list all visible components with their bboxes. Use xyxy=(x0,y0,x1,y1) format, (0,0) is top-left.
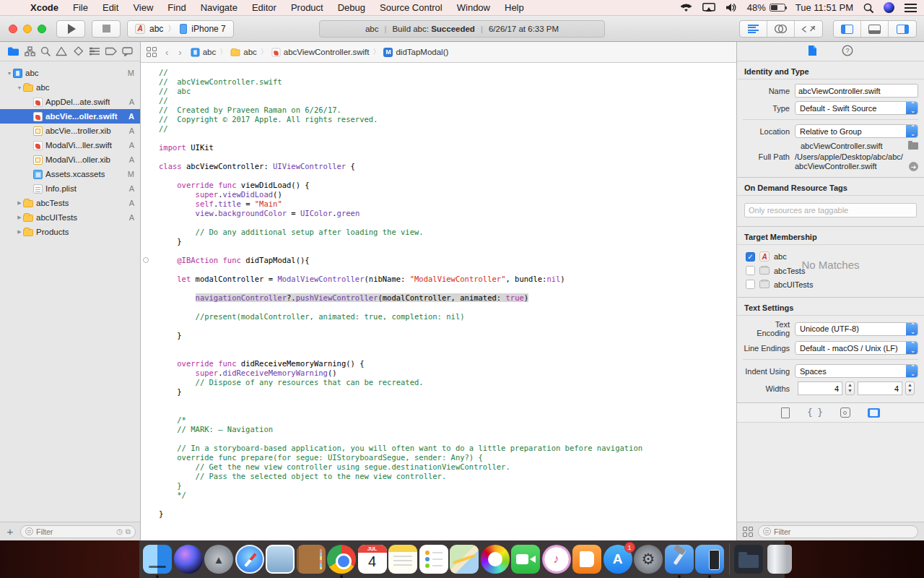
contacts-dock-icon[interactable] xyxy=(297,545,326,574)
file-tree-row-modalvi-ller-swift[interactable]: ModalVi...ller.swiftA xyxy=(0,138,140,152)
library-filter-field[interactable] xyxy=(758,525,918,538)
indent-width-stepper[interactable]: ▲▼ xyxy=(905,381,915,395)
navigator-filter-field[interactable]: ◷⧉ xyxy=(20,525,136,538)
navigator-filter-input[interactable] xyxy=(36,527,113,536)
breadcrumb-item-folder[interactable]: abc xyxy=(230,48,257,56)
recent-files-filter-icon[interactable]: ◷ xyxy=(116,527,123,536)
file-tree-row-abcvie-oller-swift[interactable]: abcVie...oller.swiftA xyxy=(0,109,140,124)
disclosure-triangle-icon[interactable]: ▼ xyxy=(16,85,23,90)
debug-navigator-tab[interactable] xyxy=(89,47,100,56)
menu-item-window[interactable]: Window xyxy=(450,2,497,13)
assistant-editor-button[interactable] xyxy=(767,21,795,37)
airplay-display-icon[interactable] xyxy=(702,3,715,12)
menu-item-help[interactable]: Help xyxy=(497,2,531,13)
tab-width-field[interactable] xyxy=(798,381,842,395)
file-tree-row-abcvie-troller-xib[interactable]: abcVie...troller.xibA xyxy=(0,124,140,138)
mail-dock-icon[interactable] xyxy=(266,545,295,574)
menu-item-debug[interactable]: Debug xyxy=(331,2,372,13)
menu-item-xcode[interactable]: Xcode xyxy=(23,2,66,13)
spotlight-search-icon[interactable] xyxy=(863,3,873,13)
library-filter-input[interactable] xyxy=(774,527,913,536)
xcode-dock-icon[interactable] xyxy=(665,545,694,574)
source-control-filter-icon[interactable]: ⧉ xyxy=(126,527,131,536)
menu-item-navigate[interactable]: Navigate xyxy=(193,2,245,13)
zoom-window-button[interactable] xyxy=(38,25,46,33)
object-library-tab[interactable] xyxy=(840,407,850,418)
breadcrumb-item-swift[interactable]: abcViewController.swift xyxy=(271,48,370,57)
text-encoding-select[interactable]: Unicode (UTF-8) xyxy=(795,322,918,336)
reminders-dock-icon[interactable] xyxy=(419,545,448,574)
menu-item-file[interactable]: File xyxy=(66,2,95,13)
appstore-dock-icon[interactable]: 1 xyxy=(603,545,632,574)
trash-dock-icon[interactable] xyxy=(767,545,792,574)
find-navigator-tab[interactable] xyxy=(40,46,51,56)
disclosure-triangle-icon[interactable]: ▶ xyxy=(16,200,23,206)
disclosure-triangle-icon[interactable]: ▶ xyxy=(16,229,23,235)
volume-icon[interactable] xyxy=(725,3,737,12)
reveal-path-arrow-icon[interactable]: ➔ xyxy=(909,162,918,171)
media-library-tab[interactable] xyxy=(868,408,880,418)
indent-width-field[interactable] xyxy=(858,381,902,395)
notification-center-icon[interactable] xyxy=(905,4,917,12)
breadcrumb-item-project[interactable]: abc xyxy=(191,48,217,57)
go-back-button[interactable]: ‹ xyxy=(165,47,168,58)
breakpoint-navigator-tab[interactable] xyxy=(105,47,117,56)
ibooks-dock-icon[interactable] xyxy=(572,545,601,574)
run-button[interactable] xyxy=(56,20,85,38)
tab-width-stepper[interactable]: ▲▼ xyxy=(845,381,855,395)
location-select[interactable]: Relative to Group xyxy=(795,124,918,138)
chrome-dock-icon[interactable] xyxy=(327,545,356,574)
wifi-icon[interactable] xyxy=(680,4,692,12)
file-tree-row-assets-xcassets[interactable]: Assets.xcassetsM xyxy=(0,167,140,181)
ibaction-connection-well[interactable] xyxy=(143,257,149,263)
file-tree-row-abc[interactable]: ▼abcM xyxy=(0,66,140,80)
file-tree-row-products[interactable]: ▶Products xyxy=(0,225,140,239)
file-tree-row-modalvi-oller-xib[interactable]: ModalVi...oller.xibA xyxy=(0,152,140,167)
minimize-window-button[interactable] xyxy=(23,25,32,33)
breadcrumb-item-method[interactable]: MdidTapModal() xyxy=(383,48,448,57)
finder-dock-icon[interactable] xyxy=(143,545,172,574)
file-name-field[interactable] xyxy=(795,84,918,98)
library-grid-toggle-icon[interactable] xyxy=(743,527,753,537)
menu-item-editor[interactable]: Editor xyxy=(245,2,284,13)
toggle-navigator-button[interactable] xyxy=(834,21,861,37)
facetime-dock-icon[interactable] xyxy=(511,545,540,574)
code-area[interactable]: //// abcViewController.swift// abc//// C… xyxy=(141,63,736,540)
odr-tags-field[interactable] xyxy=(744,203,917,217)
disclosure-triangle-icon[interactable]: ▶ xyxy=(16,215,23,220)
target-checkbox[interactable] xyxy=(746,280,755,289)
stop-button[interactable] xyxy=(92,20,121,38)
menu-item-edit[interactable]: Edit xyxy=(95,2,126,13)
project-navigator-tab[interactable] xyxy=(7,46,19,56)
file-inspector-tab[interactable] xyxy=(808,45,817,58)
siri-dock-icon[interactable] xyxy=(174,545,203,574)
indent-using-select[interactable]: Spaces xyxy=(795,364,918,378)
disclosure-triangle-icon[interactable]: ▼ xyxy=(6,71,13,76)
battery-icon[interactable] xyxy=(770,4,785,12)
menu-item-find[interactable]: Find xyxy=(160,2,193,13)
folder-dark-dock-icon[interactable] xyxy=(734,545,763,574)
safari-dock-icon[interactable] xyxy=(235,545,264,574)
help-inspector-tab[interactable]: ? xyxy=(842,45,853,58)
prefs-dock-icon[interactable] xyxy=(634,545,663,574)
version-editor-button[interactable] xyxy=(795,21,822,37)
related-items-icon[interactable] xyxy=(147,47,157,57)
line-endings-select[interactable]: Default - macOS / Unix (LF) xyxy=(795,341,918,355)
calendar-dock-icon[interactable]: JUL4 xyxy=(358,545,387,574)
code-snippet-library-tab[interactable]: { } xyxy=(807,407,823,418)
simulator-dock-icon[interactable] xyxy=(695,545,724,574)
file-template-library-tab[interactable] xyxy=(781,407,790,418)
menu-item-product[interactable]: Product xyxy=(284,2,331,13)
issue-navigator-tab[interactable] xyxy=(56,46,67,56)
menu-item-view[interactable]: View xyxy=(126,2,160,13)
menu-clock[interactable]: Tue 11:51 PM xyxy=(796,2,853,13)
menu-item-source-control[interactable]: Source Control xyxy=(372,2,450,13)
launchpad-dock-icon[interactable] xyxy=(204,545,233,574)
report-navigator-tab[interactable] xyxy=(122,47,133,56)
file-tree-row-abcuitests[interactable]: ▶abcUITestsA xyxy=(0,210,140,225)
file-tree-row-abc[interactable]: ▼abc xyxy=(0,80,140,95)
maps-dock-icon[interactable] xyxy=(450,545,479,574)
itunes-dock-icon[interactable] xyxy=(542,545,571,574)
toggle-inspector-button[interactable] xyxy=(889,21,916,37)
test-navigator-tab[interactable] xyxy=(73,46,84,56)
